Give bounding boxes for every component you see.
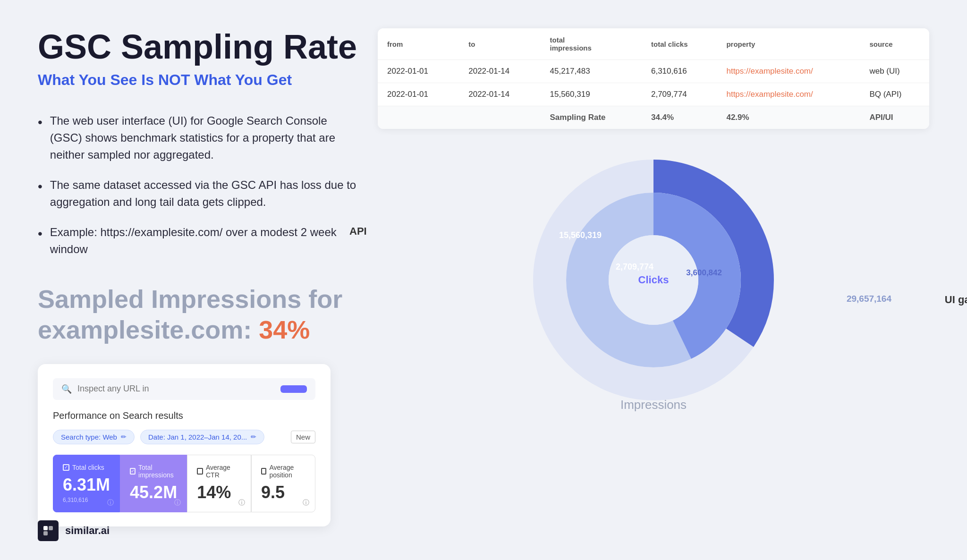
th-total-impressions: totalimpressions: [541, 28, 642, 60]
metric-sub-clicks: 6,310,616: [63, 497, 110, 503]
th-property: property: [717, 28, 860, 60]
chart-value-api-impressions: 15,560,319: [559, 230, 602, 240]
table-cell-1-5: BQ (API): [860, 83, 929, 106]
data-table: from to totalimpressions total clicks pr…: [378, 28, 929, 129]
gsc-filters: Search type: Web ✏ Date: Jan 1, 2022–Jan…: [53, 430, 315, 444]
th-from: from: [378, 28, 459, 60]
table-header-row: from to totalimpressions total clicks pr…: [378, 28, 929, 60]
table-cell-0-3: 6,310,616: [642, 60, 717, 83]
gsc-search-bar: 🔍: [53, 378, 315, 400]
logo-area: similar.ai: [38, 520, 110, 541]
metric-label-ctr: Average CTR: [197, 464, 241, 479]
chart-label-ui-gap: UI gap: [945, 294, 967, 306]
donut-wrapper: 15,560,319 2,709,774 3,600,842 Clicks: [531, 157, 776, 403]
gsc-metrics-row: ✓ Total clicks 6.31M 6,310,616 ⓘ ✓ Total…: [53, 455, 315, 512]
chart-impressions-label: Impressions: [620, 398, 687, 412]
table-cell-1-1: 2022-01-14: [459, 83, 540, 106]
page-title: GSC Sampling Rate: [38, 28, 359, 66]
table-cell-2-2: Sampling Rate: [541, 106, 642, 129]
table-cell-2-0: [378, 106, 459, 129]
metric-label-clicks: ✓ Total clicks: [63, 464, 110, 471]
metric-total-impressions: ✓ Total impressions 45.2M ⓘ: [120, 455, 187, 512]
checkbox-impressions: ✓: [130, 468, 136, 475]
table-cell-0-2: 45,217,483: [541, 60, 642, 83]
left-column: GSC Sampling Rate What You See Is NOT Wh…: [38, 28, 359, 541]
table-cell-1-3: 2,709,774: [642, 83, 717, 106]
metric-avg-position: Average position 9.5 ⓘ: [251, 455, 315, 512]
gsc-card: 🔍 Performance on Search results Search t…: [38, 364, 331, 526]
bullet-item-2: The same dataset accessed via the GSC AP…: [38, 177, 359, 211]
chart-value-ui-impressions: 29,657,164: [847, 294, 891, 304]
chart-value-api-clicks: 2,709,774: [616, 262, 653, 272]
th-total-clicks: total clicks: [642, 28, 717, 60]
logo-text: similar.ai: [65, 525, 110, 537]
metric-value-clicks: 6.31M: [63, 475, 110, 495]
metric-label-position: Average position: [261, 464, 305, 479]
gsc-section-title: Performance on Search results: [53, 410, 315, 421]
table-row: 2022-01-012022-01-1415,560,3192,709,774h…: [378, 83, 929, 106]
gsc-search-button[interactable]: [280, 385, 307, 393]
sampled-heading: Sampled Impressions for examplesite.com:…: [38, 284, 359, 345]
chart-area: API: [378, 143, 929, 417]
table-row: Sampling Rate34.4%42.9%API/UI: [378, 106, 929, 129]
metric-label-impressions: ✓ Total impressions: [130, 464, 177, 479]
bullet-item-3: Example: https://examplesite.com/ over a…: [38, 224, 359, 258]
checkbox-position: [261, 468, 266, 475]
table-cell-2-5: API/UI: [860, 106, 929, 129]
metric-info-clicks: ⓘ: [107, 499, 114, 507]
svg-rect-5: [43, 526, 48, 530]
th-to: to: [459, 28, 540, 60]
search-icon: 🔍: [61, 384, 72, 394]
chart-label-api: API: [349, 225, 367, 238]
table-cell-0-4: https://examplesite.com/: [717, 60, 860, 83]
right-column: from to totalimpressions total clicks pr…: [378, 28, 929, 541]
metric-value-position: 9.5: [261, 483, 305, 502]
table-cell-2-4: 42.9%: [717, 106, 860, 129]
checkbox-clicks: ✓: [63, 464, 69, 471]
similar-logo-icon: [38, 520, 59, 541]
table-cell-1-4: https://examplesite.com/: [717, 83, 860, 106]
table-cell-1-2: 15,560,319: [541, 83, 642, 106]
chart-value-ui-clicks: 3,600,842: [686, 268, 722, 278]
metric-info-position: ⓘ: [303, 499, 309, 507]
filter-tag-date[interactable]: Date: Jan 1, 2022–Jan 14, 20... ✏: [140, 430, 264, 444]
metric-avg-ctr: Average CTR 14% ⓘ: [187, 455, 251, 512]
svg-rect-6: [49, 526, 53, 530]
edit-icon-2: ✏: [251, 433, 256, 441]
table-cell-0-1: 2022-01-14: [459, 60, 540, 83]
new-badge: New: [291, 431, 315, 443]
svg-rect-7: [43, 531, 48, 535]
metric-info-ctr: ⓘ: [238, 499, 245, 507]
metric-value-ctr: 14%: [197, 483, 241, 502]
metric-total-clicks: ✓ Total clicks 6.31M 6,310,616 ⓘ: [53, 455, 120, 512]
table-cell-2-3: 34.4%: [642, 106, 717, 129]
table-cell-2-1: [459, 106, 540, 129]
gsc-search-input[interactable]: [77, 384, 275, 394]
bullet-item-1: The web user interface (UI) for Google S…: [38, 112, 359, 163]
donut-center-label: Clicks: [638, 274, 669, 286]
metric-info-impressions: ⓘ: [174, 499, 181, 507]
data-table-card: from to totalimpressions total clicks pr…: [378, 28, 929, 129]
th-source: source: [860, 28, 929, 60]
metric-value-impressions: 45.2M: [130, 483, 177, 502]
checkbox-ctr: [197, 468, 203, 475]
page-subtitle: What You See Is NOT What You Get: [38, 71, 359, 89]
edit-icon-1: ✏: [121, 433, 127, 441]
bullet-list: The web user interface (UI) for Google S…: [38, 112, 359, 258]
table-cell-0-0: 2022-01-01: [378, 60, 459, 83]
filter-tag-search-type[interactable]: Search type: Web ✏: [53, 430, 135, 444]
table-cell-1-0: 2022-01-01: [378, 83, 459, 106]
table-row: 2022-01-012022-01-1445,217,4836,310,616h…: [378, 60, 929, 83]
main-container: GSC Sampling Rate What You See Is NOT Wh…: [0, 0, 967, 560]
table-cell-0-5: web (UI): [860, 60, 929, 83]
